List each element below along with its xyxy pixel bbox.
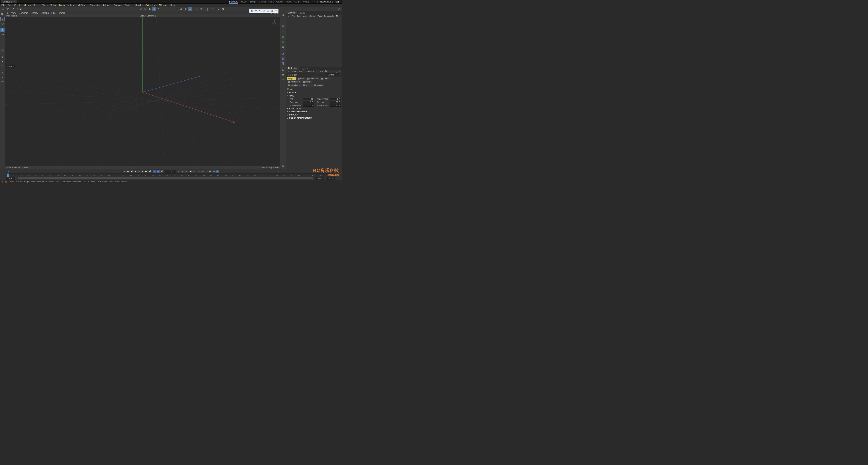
pen-icon[interactable]: ✐ [0, 71, 4, 75]
tool-globe-icon[interactable]: ⊕ [143, 7, 147, 11]
edges-icon[interactable]: ⊹ [0, 48, 4, 53]
goto-end-icon[interactable]: ▸| [148, 170, 152, 173]
menu-tracker[interactable]: Tracker [124, 4, 134, 6]
deformer-icon[interactable]: ◔ [281, 51, 285, 56]
attributes-tab[interactable]: Attributes [286, 67, 299, 70]
hamburger-icon[interactable]: ≡ [287, 15, 290, 17]
attr-mode[interactable]: Mode [290, 70, 298, 73]
points-icon[interactable]: ⋮⋮ [0, 44, 4, 48]
menu-mesh[interactable]: Mesh [58, 4, 66, 6]
document-tab[interactable]: Untitled 1 × [1, 0, 17, 3]
chevron-down-icon[interactable]: ▾ [340, 74, 340, 76]
menu-create[interactable]: Create [13, 4, 22, 6]
mode-icon[interactable]: ◑ [281, 12, 285, 17]
menu-select[interactable]: Select [32, 4, 41, 6]
menu-tools[interactable]: Tools [41, 4, 49, 6]
add-tab-button[interactable]: + [18, 0, 20, 3]
tool-target-icon[interactable]: ⊙ [138, 7, 143, 11]
play-icon[interactable]: ▸ [137, 170, 141, 173]
vp-display[interactable]: Display [29, 12, 39, 14]
tool-circle-icon[interactable]: ○ [194, 7, 198, 11]
tmax-input[interactable] [330, 101, 341, 103]
timeline-ruler[interactable]: 0246810121416182022242628303234363840424… [6, 173, 336, 177]
layout-tab-nodes[interactable]: Nodes [303, 0, 309, 4]
new-layouts-button[interactable]: New Layouts [320, 0, 333, 3]
tool-gear2-icon[interactable]: ✿ [221, 7, 225, 11]
rot-key-icon[interactable]: ⟲ [201, 170, 205, 173]
history-icon[interactable]: ⟲ [5, 7, 9, 11]
cube-prim-icon[interactable]: ◈ [281, 24, 285, 28]
material-icon[interactable]: ◉ [281, 164, 285, 168]
layout-tab-groom[interactable]: Groom [276, 0, 283, 4]
nav-fwd-icon[interactable]: ▸ [322, 70, 324, 73]
spline-icon[interactable]: ∿ [0, 75, 4, 79]
menu-character[interactable]: Character [89, 4, 101, 6]
asset-group[interactable]: ASSET BROWSER [287, 110, 340, 113]
layout-tab-track[interactable]: Track [286, 0, 291, 4]
popup-icon-1[interactable]: ▣ [250, 9, 253, 12]
obj-view[interactable]: View [302, 15, 308, 17]
spinner-icon[interactable]: ▴▾ [315, 105, 317, 106]
sound-icon[interactable]: 🔊 [160, 170, 164, 173]
tool-sym2-icon[interactable]: ✦ [210, 7, 214, 11]
tool-ring-icon[interactable]: ◎ [199, 7, 203, 11]
menu-animate[interactable]: Animate [101, 4, 112, 6]
range-end2[interactable]: 90 F [327, 177, 336, 179]
funnel-icon[interactable]: ▽ [329, 70, 331, 73]
pmin-input[interactable] [303, 104, 314, 107]
menu-file[interactable]: File [0, 4, 6, 6]
next-key-icon[interactable]: ▸▸ [145, 170, 148, 173]
hamburger-icon[interactable]: ≡ [6, 12, 10, 14]
popup-icon-4[interactable]: ⬠ [262, 9, 266, 12]
popup-icon-5[interactable]: □ [266, 9, 270, 12]
options-icon[interactable]: ⚙ [216, 170, 219, 173]
field-icon[interactable]: ▥ [281, 56, 285, 61]
execution-group[interactable]: EXECUTION [287, 107, 340, 110]
keysel-icon[interactable]: ◉ [189, 170, 193, 173]
dynamics-icon[interactable]: ⇅ [281, 61, 285, 66]
axis-y-toggle[interactable]: Y [16, 7, 19, 11]
layout-tab-standard[interactable]: Standard [229, 0, 238, 4]
time-group[interactable]: TIME [287, 94, 340, 97]
popup-icon-3[interactable]: ✦ [258, 9, 261, 12]
axis-x-toggle[interactable]: X [12, 7, 15, 11]
tool-grid2-icon[interactable]: ⊟ [188, 7, 192, 11]
range-slider[interactable] [18, 177, 313, 179]
layout-tab-paint[interactable]: Paint [269, 0, 274, 4]
rotate-tool-icon[interactable]: ⟲ [0, 33, 4, 37]
layout-tab-uvedit[interactable]: UVEdit [259, 0, 266, 4]
obj-file[interactable]: File [290, 15, 296, 17]
tool-snap2-icon[interactable]: ⊔ [179, 7, 183, 11]
attr-tab-to-do[interactable]: To Do [302, 84, 313, 87]
fps-input[interactable] [303, 98, 314, 100]
range-start[interactable]: 0 F [6, 177, 16, 179]
pla-key-icon[interactable]: ▤ [212, 170, 215, 173]
close-icon[interactable]: × [13, 0, 15, 3]
tool-snap1-icon[interactable]: ⊓ [174, 7, 178, 11]
layers-tab[interactable]: Layers [299, 67, 309, 70]
tool-gear1-icon[interactable]: ⚙ [217, 7, 221, 11]
tool-moon-icon[interactable]: ◐ [148, 7, 152, 11]
objects-tree[interactable] [286, 18, 342, 67]
objects-tab[interactable]: Objects [286, 11, 297, 14]
home-icon[interactable]: ⌂ [340, 15, 342, 18]
scale-group[interactable]: SCALE [287, 91, 340, 94]
obj-bookmarks[interactable]: Bookmarks [323, 15, 336, 17]
autokey-icon[interactable]: ● [181, 170, 184, 173]
display-group[interactable]: DISPLAY [287, 113, 340, 117]
tool-cube-icon[interactable]: ◈ [152, 7, 156, 11]
step-back-icon[interactable]: ◂| [130, 170, 133, 173]
menu-render[interactable]: Render [134, 4, 144, 6]
popup-icon-7[interactable]: ○ [274, 9, 278, 12]
history2-icon[interactable]: ↻ [0, 64, 4, 68]
spline-prim-icon[interactable]: ◻ [281, 19, 285, 23]
add-layout-button[interactable]: + [313, 0, 315, 3]
tool-dots-icon[interactable]: ⋮ [168, 7, 172, 11]
menu-window[interactable]: Window [158, 4, 169, 6]
text-prim-icon[interactable]: T [281, 29, 285, 33]
goto-start-icon[interactable]: |◂ [123, 170, 126, 173]
light-icon[interactable]: ☀ [281, 77, 285, 82]
vp-filter[interactable]: Filter [50, 12, 58, 14]
attr-tab-animation[interactable]: Animation [287, 80, 301, 83]
effector-icon[interactable]: ✿ [281, 45, 285, 49]
